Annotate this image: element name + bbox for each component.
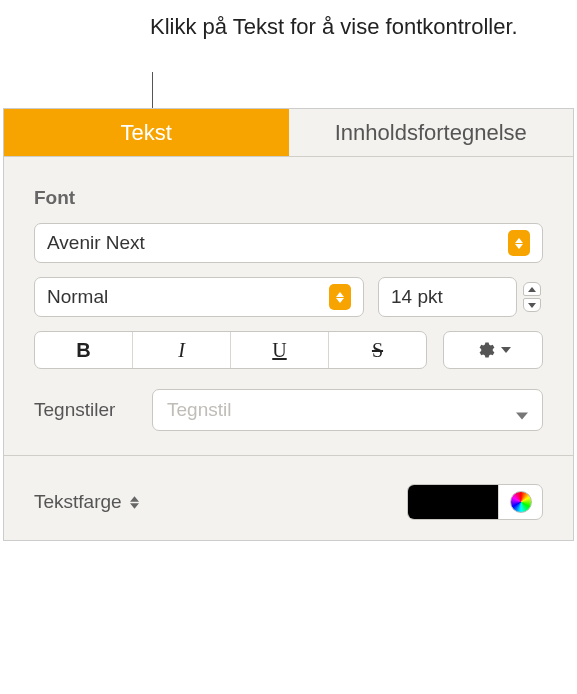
character-styles-label: Tegnstiler	[34, 399, 134, 421]
stepper-down-button[interactable]	[523, 298, 541, 312]
popup-arrows-icon	[329, 284, 351, 310]
color-wheel-icon	[510, 491, 532, 513]
character-styles-select[interactable]: Tegnstil	[152, 389, 543, 431]
format-panel: Tekst Innholdsfortegnelse Font Avenir Ne…	[3, 108, 574, 541]
text-color-label: Tekstfarge	[34, 491, 122, 513]
font-style-value: Normal	[47, 286, 108, 308]
chevron-down-icon	[501, 347, 511, 353]
panel-content: Font Avenir Next Normal 14 pkt	[4, 157, 573, 540]
callout-text: Klikk på Tekst for å vise fontkontroller…	[150, 12, 518, 42]
underline-button[interactable]: U	[231, 332, 329, 368]
character-styles-placeholder: Tegnstil	[167, 399, 231, 421]
bold-button[interactable]: B	[35, 332, 133, 368]
strikethrough-icon: S	[372, 339, 383, 362]
text-style-segment: B I U S	[34, 331, 427, 369]
popup-arrows-icon	[508, 230, 530, 256]
underline-icon: U	[272, 339, 286, 362]
bold-icon: B	[76, 339, 90, 362]
text-color-label-group[interactable]: Tekstfarge	[34, 491, 139, 513]
color-swatch-button[interactable]	[408, 484, 498, 520]
popup-arrows-icon	[130, 496, 139, 509]
font-family-select[interactable]: Avenir Next	[34, 223, 543, 263]
font-size-stepper	[523, 277, 543, 317]
color-controls	[407, 484, 543, 520]
strikethrough-button[interactable]: S	[329, 332, 426, 368]
divider	[4, 455, 573, 456]
tab-text[interactable]: Tekst	[4, 109, 289, 156]
font-section-label: Font	[34, 187, 543, 209]
font-family-value: Avenir Next	[47, 232, 145, 254]
chevron-down-icon	[516, 406, 528, 414]
font-size-value: 14 pkt	[391, 286, 443, 308]
color-wheel-button[interactable]	[498, 484, 542, 520]
stepper-up-button[interactable]	[523, 282, 541, 296]
gear-icon	[475, 340, 495, 360]
font-size-input[interactable]: 14 pkt	[378, 277, 517, 317]
tab-bar: Tekst Innholdsfortegnelse	[4, 109, 573, 157]
tab-toc[interactable]: Innholdsfortegnelse	[289, 109, 574, 156]
italic-button[interactable]: I	[133, 332, 231, 368]
advanced-options-button[interactable]	[443, 331, 543, 369]
font-style-select[interactable]: Normal	[34, 277, 364, 317]
italic-icon: I	[178, 339, 185, 362]
callout-line	[152, 72, 153, 110]
